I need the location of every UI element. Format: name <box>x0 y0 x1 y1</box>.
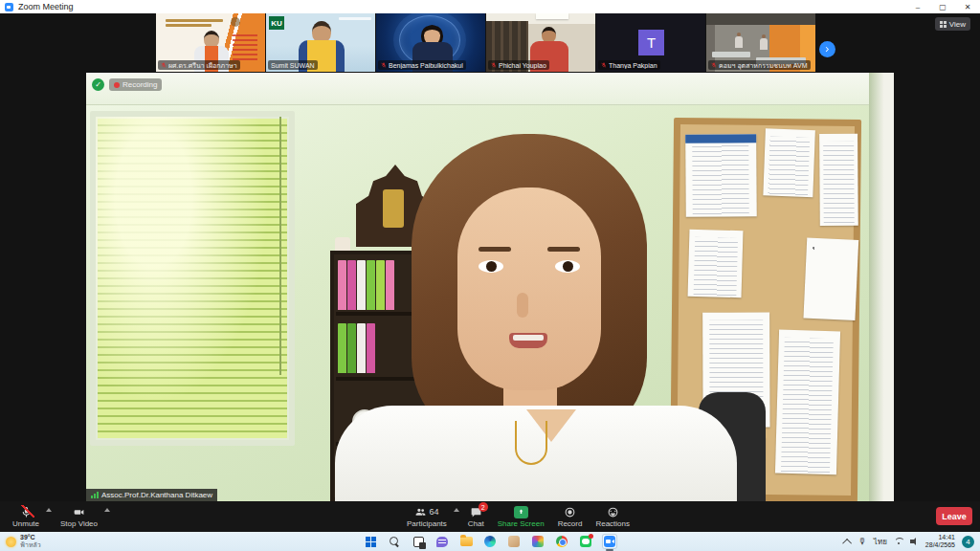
background-text-line <box>339 17 371 20</box>
line-app-button[interactable] <box>578 534 593 549</box>
participant-tile[interactable]: T Thanya Pakpian <box>596 13 705 72</box>
participant-tile[interactable]: คอมฯ อุตสาหกรรมชนบท AVM <box>706 13 815 72</box>
participants-icon: 64 <box>414 505 438 518</box>
participant-tile[interactable]: Benjamas Paibulkichakul <box>376 13 485 72</box>
app-button[interactable] <box>530 534 546 549</box>
search-button[interactable] <box>387 534 402 549</box>
active-speaker-video: ✓ Recording Assoc.Prof.Dr.Kanthana Ditka… <box>86 73 894 501</box>
participant-name-label: Sumit SUWAN <box>268 60 318 70</box>
audio-options-chevron-icon[interactable] <box>46 508 52 512</box>
taskbar-clock[interactable]: 14:41 28/4/2565 <box>925 534 955 549</box>
participant-name-label: Benjamas Paibulkichakul <box>378 60 466 70</box>
muted-mic-icon <box>711 61 717 69</box>
windows-taskbar: 39°C ฟ้าหลัว 🎙 ไทย 14:41 28/4 <box>0 532 980 551</box>
recording-indicator[interactable]: Recording <box>109 78 162 91</box>
chrome-icon <box>556 536 568 547</box>
wifi-icon[interactable] <box>894 538 903 545</box>
recording-dot-icon <box>114 82 120 88</box>
language-indicator[interactable]: ไทย <box>874 536 887 548</box>
muted-mic-icon <box>491 61 497 69</box>
room-ceiling <box>706 13 815 25</box>
video-camera-icon <box>73 505 85 518</box>
chrome-button[interactable] <box>554 534 569 549</box>
folder-icon <box>460 537 473 546</box>
chevron-right-icon <box>823 45 832 54</box>
notification-dot <box>589 534 593 539</box>
start-button[interactable] <box>363 534 378 549</box>
video-options-chevron-icon[interactable] <box>104 508 110 512</box>
participant-name-label: Phichai Youplao <box>488 60 549 70</box>
system-tray: 🎙 ไทย 14:41 28/4/2565 4 <box>845 534 974 549</box>
tray-overflow-chevron-icon[interactable] <box>842 538 852 547</box>
participant-name-label: ผศ.ดร.ศรีนา เผือกภาษา <box>158 60 240 70</box>
room-ceiling <box>86 73 894 105</box>
app-button[interactable] <box>506 534 522 549</box>
wall-edge <box>869 73 894 501</box>
share-screen-button[interactable]: Share Screen <box>491 501 551 532</box>
muted-mic-icon <box>20 505 33 518</box>
reactions-button[interactable]: Reactions <box>589 501 636 532</box>
muted-mic-icon <box>161 61 167 69</box>
file-explorer-button[interactable] <box>458 534 474 549</box>
chat-bubble-icon: 2 <box>470 505 482 518</box>
close-button[interactable]: ✕ <box>955 0 980 13</box>
zoom-meeting-window: Zoom Meeting – ▢ ✕ ผศ.ดร.ศรีนา เผือกภาษา <box>0 0 980 551</box>
meeting-table <box>712 52 750 57</box>
task-view-icon <box>413 537 424 547</box>
taskbar-app-icons <box>363 534 617 549</box>
chat-button[interactable]: 2 Chat <box>461 501 491 532</box>
participant-tile[interactable]: ผศ.ดร.ศรีนา เผือกภาษา <box>156 13 265 72</box>
ku-logo: KU <box>269 16 284 30</box>
colorful-app-icon <box>532 536 544 547</box>
teams-chat-button[interactable] <box>434 534 450 549</box>
participants-button[interactable]: 64 Participants <box>400 501 454 532</box>
speaker-person <box>412 134 660 501</box>
line-app-icon <box>580 536 591 547</box>
speaker-face <box>457 187 601 390</box>
participant-tile[interactable]: Phichai Youplao <box>486 13 595 72</box>
search-icon <box>390 537 400 547</box>
chat-unread-badge: 2 <box>479 502 488 512</box>
maximize-button[interactable]: ▢ <box>930 0 955 13</box>
sun-icon <box>6 537 16 547</box>
task-view-button[interactable] <box>411 534 426 549</box>
zoom-app-button[interactable] <box>602 534 617 549</box>
notification-count-badge[interactable]: 4 <box>962 536 974 548</box>
meeting-area: ผศ.ดร.ศรีนา เผือกภาษา KU Sumit SUWAN Ben… <box>0 13 980 532</box>
gold-necklace <box>515 421 547 465</box>
unmute-button[interactable]: Unmute <box>6 501 46 532</box>
participant-tile[interactable]: KU Sumit SUWAN <box>266 13 375 72</box>
participants-options-chevron-icon[interactable] <box>454 508 459 512</box>
audio-level-icon <box>91 492 99 498</box>
teams-chat-icon <box>436 537 448 547</box>
zoom-logo-icon <box>5 3 13 11</box>
stop-video-button[interactable]: Stop Video <box>54 501 104 532</box>
speaker-name-label: Assoc.Prof.Dr.Kanthana Ditkaew <box>86 489 217 501</box>
avatar: T <box>638 30 664 55</box>
encryption-shield-icon[interactable]: ✓ <box>92 78 104 91</box>
next-participants-button[interactable] <box>819 41 835 57</box>
muted-mic-icon <box>601 61 607 69</box>
smiley-icon <box>607 505 619 518</box>
view-button[interactable]: View <box>935 17 970 31</box>
edge-button[interactable] <box>482 534 498 549</box>
record-button[interactable]: Record <box>551 501 590 532</box>
tray-date: 28/4/2565 <box>925 541 955 549</box>
record-icon <box>564 505 576 518</box>
tray-mic-icon[interactable]: 🎙 <box>858 537 867 546</box>
windows-logo-icon <box>366 537 376 547</box>
participant-name-label: คอมฯ อุตสาหกรรมชนบท AVM <box>708 60 811 70</box>
person-figure <box>735 36 743 48</box>
minimize-button[interactable]: – <box>905 0 930 13</box>
weather-widget[interactable]: 39°C ฟ้าหลัว <box>6 534 41 549</box>
ceiling-light <box>536 13 568 19</box>
weather-condition: ฟ้าหลัว <box>20 541 41 549</box>
zoom-app-icon <box>604 536 615 547</box>
participant-name-label: Thanya Pakpian <box>598 60 660 70</box>
window-title: Zoom Meeting <box>18 2 74 11</box>
zoom-control-toolbar: Unmute Stop Video 64 Particip <box>0 501 980 532</box>
speaker-icon[interactable] <box>910 538 919 545</box>
weather-temperature: 39°C <box>20 534 41 541</box>
leave-button[interactable]: Leave <box>936 507 972 525</box>
edge-browser-icon <box>484 536 496 547</box>
